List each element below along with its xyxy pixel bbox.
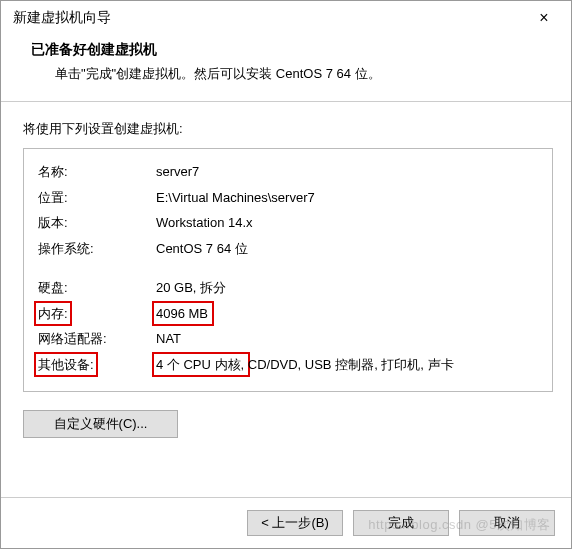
header-title: 已准备好创建虚拟机 — [31, 41, 551, 59]
customize-hardware-button[interactable]: 自定义硬件(C)... — [23, 410, 178, 438]
wizard-body: 将使用下列设置创建虚拟机: 名称: server7 位置: E:\Virtual… — [1, 102, 571, 497]
setting-label: 名称: — [38, 162, 156, 182]
finish-button[interactable]: 完成 — [353, 510, 449, 536]
setting-value: Workstation 14.x — [156, 213, 538, 233]
setting-value: CentOS 7 64 位 — [156, 239, 538, 259]
setting-value: 20 GB, 拆分 — [156, 278, 538, 298]
setting-label: 硬盘: — [38, 278, 156, 298]
setting-row-location: 位置: E:\Virtual Machines\server7 — [38, 185, 538, 211]
customize-row: 自定义硬件(C)... — [23, 410, 553, 438]
titlebar: 新建虚拟机向导 × — [1, 1, 571, 33]
header-subtitle: 单击"完成"创建虚拟机。然后可以安装 CentOS 7 64 位。 — [31, 65, 551, 83]
setting-row-network: 网络适配器: NAT — [38, 326, 538, 352]
setting-row-devices: 其他设备: 4 个 CPU 内核, CD/DVD, USB 控制器, 打印机, … — [38, 352, 538, 378]
setting-label: 版本: — [38, 213, 156, 233]
back-button[interactable]: < 上一步(B) — [247, 510, 343, 536]
highlight-label: 内存: — [34, 301, 72, 327]
setting-value-rest: CD/DVD, USB 控制器, 打印机, 声卡 — [244, 357, 453, 372]
setting-row-disk: 硬盘: 20 GB, 拆分 — [38, 275, 538, 301]
setting-value: 4 个 CPU 内核, CD/DVD, USB 控制器, 打印机, 声卡 — [156, 355, 538, 375]
settings-intro: 将使用下列设置创建虚拟机: — [23, 120, 553, 138]
settings-summary-box: 名称: server7 位置: E:\Virtual Machines\serv… — [23, 148, 553, 392]
setting-row-os: 操作系统: CentOS 7 64 位 — [38, 236, 538, 262]
setting-label: 其他设备: — [38, 355, 156, 375]
close-icon[interactable]: × — [529, 9, 559, 27]
setting-row-version: 版本: Workstation 14.x — [38, 210, 538, 236]
setting-label: 操作系统: — [38, 239, 156, 259]
highlight-label: 其他设备: — [34, 352, 98, 378]
setting-value: E:\Virtual Machines\server7 — [156, 188, 538, 208]
setting-value: NAT — [156, 329, 538, 349]
highlight-value: 4 个 CPU 内核, — [152, 352, 250, 378]
wizard-header: 已准备好创建虚拟机 单击"完成"创建虚拟机。然后可以安装 CentOS 7 64… — [1, 33, 571, 101]
window-title: 新建虚拟机向导 — [13, 9, 111, 27]
setting-value: 4096 MB — [156, 304, 538, 324]
setting-value: server7 — [156, 162, 538, 182]
highlight-value: 4096 MB — [152, 301, 214, 327]
wizard-footer: < 上一步(B) 完成 取消 https://blog.csdn @5次知博客 — [1, 497, 571, 548]
cancel-button[interactable]: 取消 — [459, 510, 555, 536]
setting-label: 位置: — [38, 188, 156, 208]
setting-row-name: 名称: server7 — [38, 159, 538, 185]
setting-label: 内存: — [38, 304, 156, 324]
setting-label: 网络适配器: — [38, 329, 156, 349]
setting-row-memory: 内存: 4096 MB — [38, 301, 538, 327]
new-vm-wizard-dialog: 新建虚拟机向导 × 已准备好创建虚拟机 单击"完成"创建虚拟机。然后可以安装 C… — [0, 0, 572, 549]
